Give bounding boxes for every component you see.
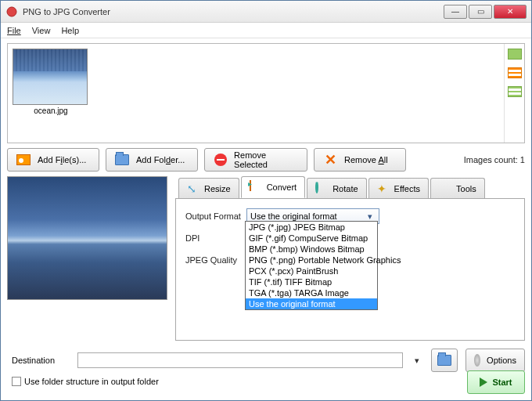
format-option[interactable]: TIF (*.tif) TIFF Bitmap [246,276,377,287]
remove-icon [213,153,228,167]
tabs: ⤡Resize Convert Rotate ✦Effects Tools [175,176,525,198]
maximize-button[interactable]: ▭ [469,5,492,19]
tools-icon [439,182,451,195]
window-controls: — ▭ ✕ [442,5,527,19]
add-folder-label: Add Folder... [136,155,185,164]
view-list-icon[interactable] [508,67,522,78]
browse-folder-button[interactable] [431,349,458,372]
folder-icon [437,355,451,366]
view-large-icon[interactable] [508,49,522,60]
output-format-label: Output Format [185,211,246,221]
remove-selected-button[interactable]: Remove Selected [204,148,307,172]
rotate-icon [315,182,328,195]
tab-rotate[interactable]: Rotate [307,178,366,198]
menu-file[interactable]: File [7,26,21,35]
view-table-icon[interactable] [508,86,522,97]
menu-help[interactable]: Help [61,26,79,35]
folder-icon [114,153,130,167]
image-icon [16,153,31,167]
dpi-label: DPI [185,233,246,243]
options-button[interactable]: Options [466,349,525,372]
view-mode-bar [504,44,524,143]
tab-resize[interactable]: ⤡Resize [178,178,239,198]
destination-row: Destination ▾ Options [7,349,525,372]
thumbnail-area: ocean.jpg [7,43,525,143]
format-option-selected[interactable]: Use the original format [246,298,377,309]
images-count: Images count: 1 [464,155,525,164]
x-icon: ✕ [322,153,338,167]
tab-tools[interactable]: Tools [430,178,485,198]
format-option[interactable]: PNG (*.png) Portable Network Graphics [246,255,377,266]
destination-label: Destination [7,356,70,365]
convert-icon [250,181,262,193]
remove-all-button[interactable]: ✕ Remove All [314,148,406,172]
thumbnail-item[interactable]: ocean.jpg [13,49,89,115]
preview-image [7,176,167,300]
svg-point-0 [7,7,16,16]
gear-icon [474,354,480,367]
minimize-button[interactable]: — [444,5,467,19]
format-option[interactable]: TGA (*.tga) TARGA Image [246,287,377,298]
close-button[interactable]: ✕ [494,5,527,19]
menu-view[interactable]: View [32,26,51,35]
start-button[interactable]: Start [467,370,525,394]
resize-icon: ⤡ [187,182,200,195]
format-option[interactable]: GIF (*.gif) CompuServe Bitmap [246,233,377,244]
main-window: PNG to JPG Converter — ▭ ✕ File View Hel… [0,0,532,401]
format-option[interactable]: BMP (*.bmp) Windows Bitmap [246,244,377,255]
thumbnail-label: ocean.jpg [13,107,89,115]
remove-all-label: Remove All [344,155,388,164]
combo-value: Use the original format [250,211,337,221]
jpeg-quality-label: JPEG Quality [185,255,246,265]
window-title: PNG to JPG Converter [23,7,442,16]
thumbnail-list[interactable]: ocean.jpg [8,44,504,143]
chevron-down-icon: ▾ [365,211,376,222]
add-files-button[interactable]: Add File(s)... [7,148,99,172]
menubar: File View Help [1,23,531,38]
arrow-right-icon [480,378,487,387]
format-option[interactable]: PCX (*.pcx) PaintBrush [246,266,377,276]
add-files-label: Add File(s)... [38,155,86,164]
effects-icon: ✦ [377,182,390,195]
titlebar: PNG to JPG Converter — ▭ ✕ [1,1,531,23]
convert-panel: Output Format Use the original format ▾ … [175,198,525,341]
format-option[interactable]: JPG (*.jpg) JPEG Bitmap [246,222,377,233]
output-format-dropdown: JPG (*.jpg) JPEG Bitmap GIF (*.gif) Comp… [245,221,378,310]
chevron-down-icon[interactable]: ▾ [411,356,423,366]
add-folder-button[interactable]: Add Folder... [106,148,198,172]
tab-convert[interactable]: Convert [241,176,306,198]
app-icon [5,5,18,18]
thumbnail-image [13,49,88,105]
tab-effects[interactable]: ✦Effects [368,178,429,198]
remove-selected-label: Remove Selected [234,150,299,169]
toolbar: Add File(s)... Add Folder... Remove Sele… [7,148,525,172]
destination-input[interactable] [77,352,403,368]
